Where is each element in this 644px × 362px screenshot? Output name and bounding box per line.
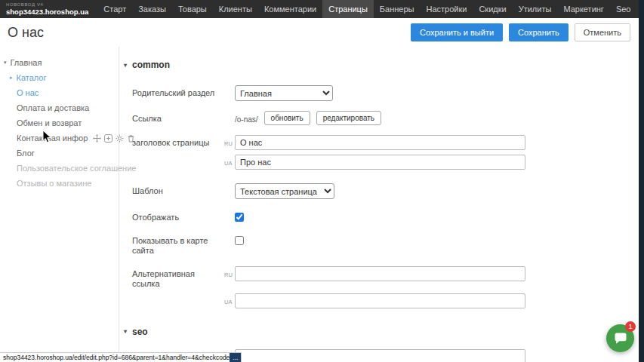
page-header: О нас Сохранить и выйти Сохранить Отмени… <box>0 18 644 47</box>
field-label: Отображать <box>132 210 224 222</box>
tree-item-label: Отзывы о магазине <box>17 179 91 188</box>
menu-item-discounts[interactable]: Скидки <box>473 0 512 18</box>
section-title: seo <box>132 327 148 337</box>
tree-item-label: О нас <box>17 88 39 97</box>
alt-link-ru-row: Альтернативная ссылка RU <box>132 266 644 289</box>
lang-spacer <box>224 210 235 215</box>
browser-status-url: shop34423.horoshop.ua/edit/edit.php?id=6… <box>0 352 242 362</box>
link-row: Ссылка /o-nas/ обновить редактировать <box>132 111 644 125</box>
menu-item-utilities[interactable]: Утилиты <box>513 0 558 18</box>
field-label: Родительский раздел <box>132 85 224 98</box>
field-label: Показывать в карте сайта <box>132 233 224 256</box>
brand-domain: shop34423.horoshop.ua <box>6 8 88 16</box>
collapse-arrow-icon[interactable]: ▾ <box>4 60 7 66</box>
page-title-ru-row: заголовок страницы RU <box>132 135 644 150</box>
tree-item-label: Блог <box>17 149 35 158</box>
tree-item-payment-delivery[interactable]: Оплата и доставка <box>0 100 119 115</box>
page-edit-form: ▾ common Родительский раздел Главная Ссы… <box>119 47 644 362</box>
parent-section-row: Родительский раздел Главная <box>132 85 644 101</box>
tree-item-about[interactable]: О нас <box>0 85 119 100</box>
field-label: Шаблон <box>132 183 224 196</box>
tree-item-label: Обмен и возврат <box>17 118 82 127</box>
parent-section-select[interactable]: Главная <box>235 85 333 101</box>
lang-spacer <box>224 85 235 90</box>
main-menu: Старт Заказы Товары Клиенты Комментарии … <box>97 0 644 18</box>
section-title: common <box>132 60 170 70</box>
status-url-text: shop34423.horoshop.ua/edit/edit.php?id=6… <box>3 354 230 361</box>
expand-arrow-icon[interactable]: ▸ <box>10 75 13 81</box>
tree-item-user-agreement[interactable]: Пользовательское соглашение <box>0 161 119 176</box>
field-label: Ссылка <box>132 111 224 124</box>
lang-tag-ua: UA <box>224 293 235 305</box>
tree-item-exchange-return[interactable]: Обмен и возврат <box>0 115 119 130</box>
status-url-tail: ... <box>230 353 241 362</box>
page-scrollbar[interactable] <box>639 0 644 362</box>
section-seo[interactable]: ▾ seo <box>124 327 644 337</box>
tree-item-catalog[interactable]: ▸ Каталог <box>0 70 119 85</box>
page-title-ua-row: UA <box>132 155 644 170</box>
field-label: заголовок страницы <box>132 135 224 148</box>
template-row: Шаблон Текстовая страница <box>132 183 644 199</box>
chat-bubble-icon <box>613 331 628 346</box>
move-icon[interactable] <box>93 134 101 143</box>
field-label: Альтернативная ссылка <box>132 266 224 289</box>
lang-tag-ru: RU <box>224 135 235 147</box>
chat-unread-badge: 1 <box>625 321 636 332</box>
sitemap-row: Показывать в карте сайта <box>132 233 644 256</box>
menu-item-marketing[interactable]: Маркетинг <box>557 0 609 18</box>
tree-item-label: Пользовательское соглашение <box>17 164 136 173</box>
tree-item-label: Оплата и доставка <box>17 103 89 112</box>
field-label <box>132 293 224 296</box>
update-link-button[interactable]: обновить <box>264 111 310 125</box>
page-title: О нас <box>8 25 44 41</box>
menu-item-products[interactable]: Товары <box>172 0 213 18</box>
tree-item-blog[interactable]: Блог <box>0 146 119 161</box>
save-button[interactable]: Сохранить <box>509 23 569 41</box>
header-buttons: Сохранить и выйти Сохранить Отменить <box>411 23 636 41</box>
menu-item-settings[interactable]: Настройки <box>420 0 473 18</box>
section-collapse-icon: ▾ <box>124 328 127 335</box>
tree-item-label: Главная <box>11 58 42 67</box>
add-subpage-icon[interactable] <box>104 134 112 143</box>
content-area: ▾ Главная ▸ Каталог О нас Оплата и доста… <box>0 47 644 362</box>
tree-item-store-reviews[interactable]: Отзывы о магазине <box>0 176 119 191</box>
tree-item-label: Каталог <box>17 73 47 82</box>
pages-tree-sidebar: ▾ Главная ▸ Каталог О нас Оплата и доста… <box>0 47 119 362</box>
menu-item-banners[interactable]: Баннеры <box>374 0 421 18</box>
menu-item-seo[interactable]: Seo <box>610 0 637 18</box>
save-and-exit-button[interactable]: Сохранить и выйти <box>411 23 503 41</box>
topbar: НОВОВВОД V4 shop34423.horoshop.ua Старт … <box>0 0 644 18</box>
link-value: /o-nas/ <box>235 111 258 124</box>
display-checkbox[interactable] <box>235 213 244 222</box>
edit-link-button[interactable]: редактировать <box>316 111 381 125</box>
section-common[interactable]: ▾ common <box>124 60 644 70</box>
menu-item-orders[interactable]: Заказы <box>132 0 172 18</box>
brand-version: НОВОВВОД V4 <box>6 2 88 7</box>
alt-link-ru-input[interactable] <box>235 266 525 281</box>
template-select[interactable]: Текстовая страница <box>235 183 334 199</box>
tree-item-contact-info[interactable]: Контактная инфор <box>0 130 119 146</box>
lang-tag-ru: RU <box>224 266 235 278</box>
cancel-button[interactable]: Отменить <box>575 23 630 41</box>
section-collapse-icon: ▾ <box>124 62 127 69</box>
lang-tag-ua: UA <box>224 155 235 167</box>
page-title-ru-input[interactable] <box>235 135 525 150</box>
alt-link-ua-input[interactable] <box>235 293 525 308</box>
tree-item-label: Контактная инфор <box>17 133 88 143</box>
lang-spacer <box>224 233 235 238</box>
alt-link-ua-row: UA <box>132 293 644 308</box>
display-row: Отображать <box>132 210 644 222</box>
brand-logo[interactable]: НОВОВВОД V4 shop34423.horoshop.ua <box>0 2 97 16</box>
lang-spacer <box>224 183 235 189</box>
menu-item-pages[interactable]: Страницы <box>322 0 374 18</box>
page-title-ua-input[interactable] <box>235 155 525 170</box>
field-label <box>132 155 224 158</box>
sitemap-checkbox[interactable] <box>235 236 244 245</box>
support-chat-button[interactable]: 1 <box>606 324 634 352</box>
menu-item-comments[interactable]: Комментарии <box>258 0 322 18</box>
tree-item-home[interactable]: ▾ Главная <box>0 55 119 70</box>
html-title-ru-input[interactable] <box>235 349 525 362</box>
menu-item-start[interactable]: Старт <box>97 0 132 18</box>
lang-spacer <box>224 111 235 116</box>
menu-item-clients[interactable]: Клиенты <box>213 0 258 18</box>
